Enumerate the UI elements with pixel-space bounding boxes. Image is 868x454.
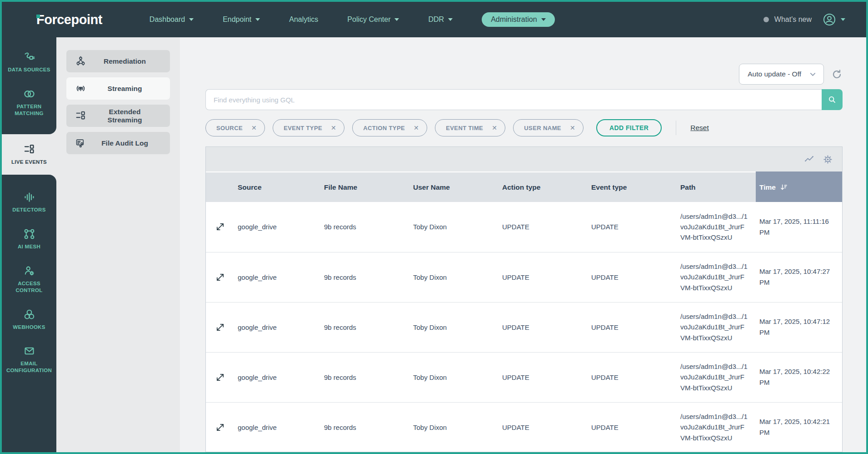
cell-user-name: Toby Dixon [409,202,499,252]
column-header-file-name[interactable]: File Name [320,172,409,202]
cell-source: google_drive [234,202,320,252]
audit-log-icon [75,137,86,149]
close-icon[interactable]: ✕ [331,125,336,131]
chevron-down-icon [448,18,453,21]
sidebar-item-data-sources[interactable]: DATA SOURCES [2,44,56,81]
filter-bar: SOURCE✕ EVENT TYPE✕ ACTION TYPE✕ EVENT T… [205,119,843,136]
cell-event-type: UPDATE [588,352,677,402]
close-icon[interactable]: ✕ [414,125,419,131]
cell-action-type: UPDATE [499,352,588,402]
close-icon[interactable]: ✕ [251,125,257,131]
auto-update-select[interactable]: Auto update - Off [739,64,824,85]
column-header-event-type[interactable]: Event type [588,172,677,202]
divider [676,121,676,135]
plug-icon [23,51,35,63]
sidebar-segment-bottom: DETECTORS AI MESH ACCE [2,175,56,452]
column-header-expand [206,172,234,202]
sidebar-item-pattern-matching[interactable]: PATTERN MATCHING [2,81,56,124]
nav-dashboard[interactable]: Dashboard [150,15,194,24]
filter-chip-event-time[interactable]: EVENT TIME✕ [435,119,505,136]
subnav-item-file-audit-log[interactable]: File Audit Log [66,132,170,154]
column-header-source[interactable]: Source [234,172,320,202]
expand-icon[interactable] [215,422,225,433]
chevron-down-icon [189,18,194,21]
filter-chip-event-type[interactable]: EVENT TYPE✕ [273,119,344,136]
search-input[interactable] [205,89,822,110]
broadcast-icon [75,83,86,94]
column-header-path[interactable]: Path [677,172,756,202]
cell-path: /users/adm1n@d3.../1voJu2aKdu1Bt_JrurFVM… [677,202,756,252]
sidebar-item-live-events[interactable]: LIVE EVENTS [2,134,56,175]
column-header-time[interactable]: Time [756,172,843,202]
cell-file-name: 9b records [320,402,409,452]
gear-icon[interactable] [823,154,833,165]
cell-path: /users/adm1n@d3.../1voJu2aKdu1Bt_JrurFVM… [677,252,756,302]
cell-action-type: UPDATE [499,302,588,352]
close-icon[interactable]: ✕ [570,125,575,131]
subnav-item-remediation[interactable]: Remediation [66,50,170,72]
logo-square-icon [36,15,40,18]
app-frame: Forcepoint Dashboard Endpoint Analytics … [0,0,868,454]
nav-analytics[interactable]: Analytics [289,15,318,24]
cell-file-name: 9b records [320,352,409,402]
nav-administration[interactable]: Administration [482,12,554,27]
reset-filters-link[interactable]: Reset [690,124,709,132]
account-menu[interactable] [823,13,845,26]
queue-icon [23,143,35,156]
expand-icon[interactable] [215,322,225,333]
sidebar-item-access-control[interactable]: ACCESS CONTROL [2,257,56,301]
cell-user-name: Toby Dixon [409,252,499,302]
venn-circles-icon [23,88,35,100]
sidebar-item-ai-mesh[interactable]: AI MESH [2,221,56,257]
chevron-down-icon [255,18,260,21]
main-menu: Dashboard Endpoint Analytics Policy Cent… [150,12,555,27]
column-header-action-type[interactable]: Action type [499,172,588,202]
cell-path: /users/adm1n@d3.../1voJu2aKdu1Bt_JrurFVM… [677,352,756,402]
search-button[interactable] [822,89,843,110]
cell-source: google_drive [234,302,320,352]
expand-icon[interactable] [215,272,225,282]
cell-user-name: Toby Dixon [409,302,499,352]
filter-chip-source[interactable]: SOURCE✕ [205,119,265,136]
cell-source: google_drive [234,402,320,452]
waveform-icon [23,191,35,203]
chevron-down-icon [541,18,546,21]
cell-event-type: UPDATE [588,302,677,352]
cell-event-type: UPDATE [588,252,677,302]
cell-time: Mar 17, 2025, 10:42:21 PM [756,402,843,452]
queue-icon [75,110,86,121]
top-navigation: Forcepoint Dashboard Endpoint Analytics … [2,2,866,37]
cell-file-name: 9b records [320,252,409,302]
nav-ddr[interactable]: DDR [428,15,453,24]
expand-icon[interactable] [215,222,225,232]
nav-endpoint[interactable]: Endpoint [223,15,260,24]
primary-sidebar: DATA SOURCES PATTERN MATCHING LIVE EVENT… [2,37,56,452]
add-filter-button[interactable]: ADD FILTER [596,119,662,136]
chevron-down-icon [809,71,816,78]
filter-chip-user-name[interactable]: USER NAME✕ [513,119,584,136]
search-bar [205,89,843,110]
main-content: Auto update - Off SOURCE✕ [180,37,866,452]
table-row: google_drive 9b records Toby Dixon UPDAT… [206,252,843,302]
filter-chip-action-type[interactable]: ACTION TYPE✕ [352,119,427,136]
cell-time: Mar 17, 2025, 11:11:16 PM [756,202,843,252]
cell-user-name: Toby Dixon [409,402,499,452]
expand-icon[interactable] [215,372,225,383]
cell-file-name: 9b records [320,202,409,252]
column-header-user-name[interactable]: User Name [409,172,499,202]
cell-action-type: UPDATE [499,252,588,302]
sidebar-item-email-configuration[interactable]: EMAIL CONFIGURATION [2,338,56,381]
chart-line-icon[interactable] [804,154,814,165]
refresh-button[interactable] [831,69,843,80]
table-row: google_drive 9b records Toby Dixon UPDAT… [206,352,843,402]
subnav-item-streaming[interactable]: Streaming [66,77,170,100]
nav-policy-center[interactable]: Policy Center [347,15,399,24]
cell-path: /users/adm1n@d3.../1voJu2aKdu1Bt_JrurFVM… [677,302,756,352]
subnav-item-extended-streaming[interactable]: Extended Streaming [66,105,170,127]
sidebar-item-webhooks[interactable]: WEBHOOKS [2,301,56,338]
close-icon[interactable]: ✕ [492,125,497,131]
cell-event-type: UPDATE [588,402,677,452]
sidebar-item-detectors[interactable]: DETECTORS [2,184,56,221]
whats-new-link[interactable]: What's new [763,15,812,24]
table-header-row: Source File Name User Name Action type E… [206,172,843,202]
